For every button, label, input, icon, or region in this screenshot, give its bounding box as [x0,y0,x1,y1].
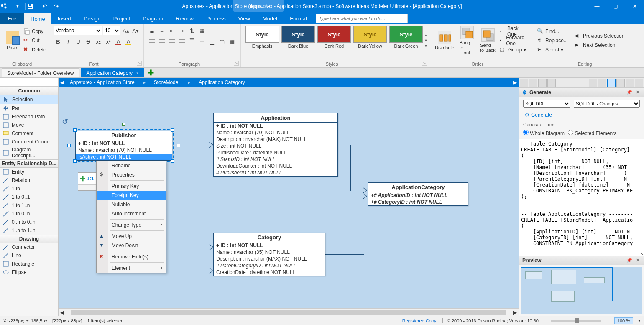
style-scroll-down[interactable]: ▼ [424,38,428,43]
menu-tab-insert[interactable]: Insert [51,13,78,24]
entity-field-row[interactable]: Name : nvarchar (35) NOT NULL [214,249,325,256]
undo-icon[interactable]: ↶ [39,3,51,10]
generate-type-select[interactable]: SQL DDL [523,100,570,108]
replace-button[interactable]: ⤭Replace... [535,36,570,45]
panel-icon-6[interactable] [598,79,606,87]
panel-icon-8[interactable] [616,79,625,87]
valign-mid-button[interactable]: ─ [197,37,207,46]
forward-one-button[interactable]: ▪Forward One [498,36,528,45]
toolbox-category-header[interactable]: Entity Relationship D... [0,159,58,168]
toolbox-category-header[interactable]: Common [0,87,58,95]
context-menu-item[interactable]: Foreign Key [97,191,166,200]
menu-tab-process[interactable]: Process [200,13,232,24]
toolbox-tool[interactable]: Entity [0,168,58,176]
style-swatch[interactable]: Style [245,26,279,43]
entity-appcategory[interactable]: ApplicationCategory +# ApplicationID : i… [368,182,468,206]
generated-code-output[interactable] [519,139,644,256]
highlight-button[interactable]: A [124,37,133,46]
entity-application[interactable]: Application + ID : int NOT NULLName : nv… [213,113,338,177]
table-button[interactable]: ▦ [227,37,237,46]
indent-dec-button[interactable]: ⇤ [167,26,176,35]
font-color-button[interactable]: A [114,37,123,46]
entity-field-row[interactable]: + ID : int NOT NULL [214,123,337,129]
entity-field-row[interactable]: # StatusID : int NOT NULL [214,156,337,163]
prev-selection-button[interactable]: ◀Previous Selection [573,31,626,41]
copy-button[interactable]: Copy [22,27,48,36]
pin-icon[interactable]: 📌 [626,90,632,95]
underline-button[interactable]: U [74,37,83,46]
toolbox-tool[interactable]: Line [0,251,58,260]
breadcrumb-item[interactable]: Application Category [194,79,249,85]
toolbox-tool[interactable]: Relation [0,176,58,184]
toolbox-tool[interactable]: Ellipse [0,268,58,276]
radio-whole-diagram[interactable]: Whole Diagram [523,130,565,136]
canvas-scrollbar-h[interactable]: ◀ ▶ [59,308,519,316]
font-dialog-launcher[interactable]: ↘ [137,61,142,66]
panel-icon-1[interactable] [520,79,528,87]
send-back-button[interactable]: Send to Back [478,26,498,55]
align-left-button[interactable] [147,37,156,46]
panel-icon-7[interactable] [607,79,616,87]
toolbox-tool[interactable]: 1..n to 1..n [0,226,58,235]
diagram-canvas[interactable]: ↺ Publisher + ID : int NOT NULLName : nv… [59,87,519,308]
find-button[interactable]: 🔍Find... [535,27,570,36]
close-button[interactable]: ✕ [625,0,644,13]
menu-tab-home[interactable]: Home [24,13,51,24]
toolbox-tool[interactable]: Pan [0,104,58,113]
increase-font-icon[interactable]: A▴ [121,26,130,35]
style-swatch[interactable]: Style [281,26,315,43]
entity-field-row[interactable]: + ID : int NOT NULL [76,140,172,147]
context-menu-item[interactable]: Rename [97,161,166,170]
toolbox-tool[interactable]: 1 to 0..n [0,210,58,218]
align-right-button[interactable] [167,37,176,46]
panel-close-icon[interactable]: ✕ [635,258,641,264]
menu-tab-format[interactable]: Format [284,13,313,24]
context-menu-item[interactable]: Nullable [97,200,166,209]
menu-tab-model[interactable]: Model [256,13,284,24]
delete-button[interactable]: ✖ Delete [22,45,48,54]
menu-tab-project[interactable]: Project [107,13,136,24]
toolbox-tool[interactable]: Move [0,121,58,129]
registered-link[interactable]: Registered Copy. [402,318,437,323]
breadcrumb-scroll-right[interactable]: ▶ [511,79,519,85]
context-menu-item[interactable]: Change Type▸ [97,220,166,230]
entity-field-row[interactable]: DownloadCounter : int NOT NULL [214,163,337,169]
toolbox-tool[interactable]: 1 to 0..1 [0,193,58,201]
context-menu-item[interactable]: Move Down▼ [97,241,166,250]
entity-field-row[interactable]: Name : nvarchar (70) NOT NULL [214,129,337,136]
entity-field-row[interactable]: Description : nvarchar (MAX) NOT NULL [214,136,337,143]
font-name-select[interactable]: Verdana [54,26,102,35]
doc-tab[interactable]: StoreModel - Folder Overview [2,68,79,77]
entity-field-row[interactable]: + ID : int NOT NULL [214,242,325,249]
panel-icon-9[interactable] [626,79,634,87]
entity-field-row[interactable]: IsActive : int NOT NULL [76,154,172,160]
style-swatch[interactable]: Style [389,26,423,43]
zoom-out-button[interactable]: − [544,318,546,323]
context-menu-item[interactable]: Remove Field(s)✖ [97,252,166,261]
panel-icon-3[interactable] [538,79,547,87]
bold-button[interactable]: B [54,37,63,46]
style-gallery-expand[interactable]: ▼ [424,44,428,48]
bullets-button[interactable]: ≣ [147,26,156,35]
toolbox-tool[interactable]: Connector [0,243,58,251]
entity-category[interactable]: Category + ID : int NOT NULLName : nvarc… [213,233,325,276]
doc-tab[interactable]: Application Category× [81,68,144,77]
toolbox-tool[interactable]: Rectangle [0,260,58,268]
help-search-input[interactable] [316,14,408,23]
breadcrumb-item[interactable]: Appstorex - Application Store [66,79,139,85]
zoom-dropdown-icon[interactable]: ▾ [638,318,641,323]
context-menu-item[interactable]: Primary Key [97,182,166,191]
next-selection-button[interactable]: ▶Next Selection [573,41,626,50]
context-menu-item[interactable]: Properties⚙ [97,170,166,179]
valign-top-button[interactable]: ▔ [187,37,197,46]
toolbox-tool[interactable]: Selection [0,95,58,104]
distribute-button[interactable]: Distribute [432,26,457,55]
save-icon[interactable] [27,3,39,9]
entity-field-row[interactable]: Description : nvarchar (MAX) NOT NULL [214,256,325,262]
toolbox-tool[interactable]: Comment Conne... [0,138,58,146]
cell-border-button[interactable]: ▢ [217,37,227,46]
entity-field-row[interactable]: PublishedDate : datetime NULL [214,149,337,156]
paragraph-dialog-launcher[interactable]: ↘ [234,61,239,66]
panel-icon-5[interactable] [589,79,597,87]
context-menu-item[interactable]: Auto Increment [97,209,166,218]
